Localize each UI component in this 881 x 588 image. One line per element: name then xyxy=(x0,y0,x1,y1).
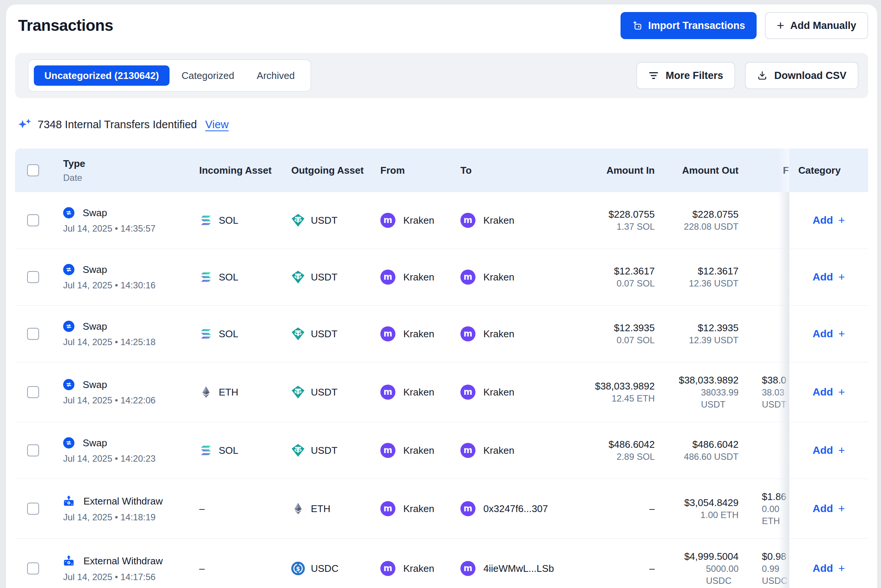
to-account: Kraken xyxy=(483,386,514,398)
from-account: Kraken xyxy=(403,503,434,515)
row-checkbox[interactable] xyxy=(27,444,39,456)
add-category-button[interactable]: Add+ xyxy=(813,327,845,340)
table-row[interactable]: Swap Jul 14, 2025 • 14:25:18 SOL USDT Kr… xyxy=(15,305,868,362)
swap-icon xyxy=(63,264,74,275)
kraken-icon xyxy=(380,326,395,341)
to-account: Kraken xyxy=(483,271,514,283)
column-from: From xyxy=(380,149,460,192)
column-amount-in: Amount In xyxy=(579,149,655,192)
transaction-date: Jul 14, 2025 • 14:18:19 xyxy=(63,512,156,523)
amount-in: $12.39350.07 SOL xyxy=(579,321,655,346)
transactions-table: Type Date Incoming Asset Outgoing Asset … xyxy=(15,149,868,588)
amount-out: $12.393512.39 USDT xyxy=(655,321,739,346)
incoming-asset: SOL xyxy=(219,271,238,283)
status-tabs: Uncategorized (2130642) Categorized Arch… xyxy=(28,59,311,92)
page-header: Transactions Import Transactions + Add M… xyxy=(15,11,868,40)
tab-uncategorized[interactable]: Uncategorized (2130642) xyxy=(34,65,170,86)
kraken-icon xyxy=(380,443,395,458)
amount-out: $38,033.989238033.99 USDT xyxy=(655,374,739,411)
transaction-type: External Withdraw xyxy=(83,496,163,507)
from-account: Kraken xyxy=(403,563,434,574)
from-account: Kraken xyxy=(403,215,434,226)
transaction-date: Jul 14, 2025 • 14:30:16 xyxy=(63,280,156,291)
row-checkbox[interactable] xyxy=(27,503,39,515)
import-transactions-button[interactable]: Import Transactions xyxy=(621,12,757,39)
transaction-date: Jul 14, 2025 • 14:22:06 xyxy=(63,395,156,406)
row-checkbox[interactable] xyxy=(27,214,39,226)
incoming-asset: – xyxy=(199,503,204,515)
amount-in: – xyxy=(579,502,655,515)
sol-icon xyxy=(199,327,213,341)
filter-bar: Uncategorized (2130642) Categorized Arch… xyxy=(15,53,868,98)
plus-icon: + xyxy=(838,386,845,399)
internal-transfers-banner: 7348 Internal Transfers Identified View xyxy=(15,115,868,133)
table-row[interactable]: Swap Jul 14, 2025 • 14:20:23 SOL USDT Kr… xyxy=(15,422,868,479)
row-checkbox[interactable] xyxy=(27,271,39,283)
kraken-icon xyxy=(380,213,395,228)
row-checkbox[interactable] xyxy=(27,386,39,398)
table-row[interactable]: Swap Jul 14, 2025 • 14:22:06 ETH USDT Kr… xyxy=(15,362,868,422)
row-checkbox[interactable] xyxy=(27,328,39,340)
table-row[interactable]: Swap Jul 14, 2025 • 14:30:16 SOL USDT Kr… xyxy=(15,249,868,305)
add-manually-button[interactable]: + Add Manually xyxy=(765,12,868,39)
table-row[interactable]: External Withdraw Jul 14, 2025 • 14:17:5… xyxy=(15,538,868,588)
kraken-icon xyxy=(380,270,395,285)
transaction-date: Jul 14, 2025 • 14:17:56 xyxy=(63,572,156,582)
tab-archived[interactable]: Archived xyxy=(246,65,305,86)
more-filters-button[interactable]: More Filters xyxy=(636,62,735,89)
add-category-button[interactable]: Add+ xyxy=(813,502,845,515)
plus-icon: + xyxy=(838,562,845,575)
table-row[interactable]: External Withdraw Jul 14, 2025 • 14:18:1… xyxy=(15,479,868,538)
add-category-button[interactable]: Add+ xyxy=(813,386,845,399)
add-category-button[interactable]: Add+ xyxy=(813,562,845,575)
outgoing-asset: USDT xyxy=(311,215,338,226)
row-checkbox[interactable] xyxy=(27,562,39,574)
outgoing-asset: USDC xyxy=(311,563,339,574)
amount-out: $4,999.50045000.00 USDC xyxy=(655,550,739,587)
to-account: Kraken xyxy=(483,328,514,340)
plus-icon: + xyxy=(838,327,845,340)
import-transactions-label: Import Transactions xyxy=(648,20,745,32)
incoming-asset: SOL xyxy=(219,328,238,340)
from-account: Kraken xyxy=(403,328,434,340)
plus-icon: + xyxy=(838,502,845,515)
to-account: Kraken xyxy=(483,215,514,226)
download-csv-button[interactable]: Download CSV xyxy=(745,62,858,89)
swap-icon xyxy=(63,321,74,332)
table-row[interactable]: Swap Jul 14, 2025 • 14:35:57 SOL USDT Kr… xyxy=(15,192,868,249)
kraken-icon xyxy=(460,326,475,341)
add-category-button[interactable]: Add+ xyxy=(813,444,845,457)
cash-withdraw-icon xyxy=(62,555,75,567)
sol-icon xyxy=(199,444,213,457)
banner-text: 7348 Internal Transfers Identified xyxy=(38,118,197,131)
transaction-date: Jul 14, 2025 • 14:25:18 xyxy=(63,337,156,347)
view-link[interactable]: View xyxy=(205,118,229,131)
kraken-icon xyxy=(380,501,395,516)
usdt-icon xyxy=(291,270,305,284)
transaction-date: Jul 14, 2025 • 14:20:23 xyxy=(63,453,156,464)
select-all-checkbox[interactable] xyxy=(27,164,39,176)
column-amount-out: Amount Out xyxy=(655,149,739,192)
plus-icon: + xyxy=(777,19,784,32)
sparkle-icon xyxy=(17,117,32,132)
to-account: 4iieWMwL...LSb xyxy=(483,563,554,574)
tab-categorized[interactable]: Categorized xyxy=(171,65,245,86)
wallet-plus-icon xyxy=(632,20,642,31)
column-incoming-asset: Incoming Asset xyxy=(199,149,291,192)
kraken-icon xyxy=(380,561,395,576)
swap-icon xyxy=(63,379,74,390)
filter-icon xyxy=(648,70,659,81)
outgoing-asset: USDT xyxy=(311,271,338,283)
kraken-icon xyxy=(460,561,475,576)
add-category-button[interactable]: Add+ xyxy=(813,271,845,283)
sol-icon xyxy=(199,270,213,284)
to-account: Kraken xyxy=(483,445,514,456)
amount-in: – xyxy=(579,562,655,575)
outgoing-asset: USDT xyxy=(311,386,338,398)
plus-icon: + xyxy=(838,271,845,283)
column-type: Type Date xyxy=(63,149,199,192)
add-category-button[interactable]: Add+ xyxy=(813,214,845,227)
transaction-type: Swap xyxy=(83,379,107,391)
amount-in: $38,033.989212.45 ETH xyxy=(579,380,655,405)
cash-withdraw-icon xyxy=(62,495,75,508)
